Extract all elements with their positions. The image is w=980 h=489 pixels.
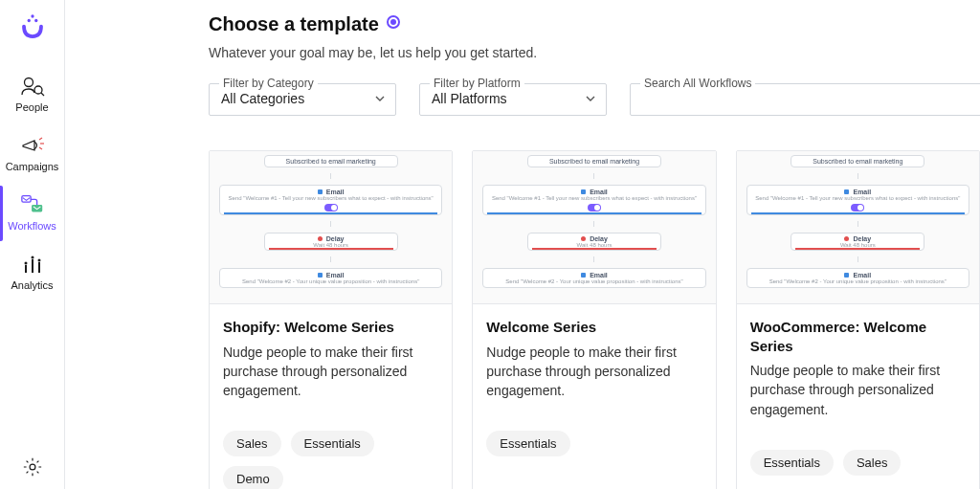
card-description: Nudge people to make their first purchas… [223,343,438,401]
filter-platform[interactable]: Filter by Platform All Platforms [419,83,607,116]
svg-point-14 [24,262,27,265]
people-icon [20,75,45,98]
flow-text: Send "Welcome #2 - Your unique value pro… [489,278,699,284]
svg-point-15 [31,256,33,259]
flow-head: Delay [853,235,871,242]
filter-value: All Platforms [432,91,507,106]
tag: Essentials [750,450,834,476]
filter-category[interactable]: Filter by Category All Categories [209,83,396,116]
tag: Essentials [486,431,569,456]
sidebar-item-workflows[interactable]: Workflows [0,184,65,243]
svg-point-3 [24,78,33,87]
sidebar-item-people[interactable]: People [0,65,65,124]
svg-point-4 [34,86,42,94]
svg-point-2 [34,19,37,22]
template-card[interactable]: Subscribed to email marketing Email Send… [472,150,716,489]
flow-text: Send "Welcome #2 - Your unique value pro… [226,278,435,284]
gear-icon [22,456,43,478]
flow-text: Send "Welcome #1 - Tell your new subscri… [489,195,699,201]
card-title: Shopify: Welcome Series [223,318,438,337]
card-preview: Subscribed to email marketing Email Send… [737,151,979,304]
svg-point-1 [27,19,30,22]
filter-row: Filter by Category All Categories Filter… [65,83,980,116]
flow-text: Send "Welcome #1 - Tell your new subscri… [753,195,963,201]
card-tags: Essentials [473,410,715,468]
svg-line-6 [39,138,42,140]
filter-label: Filter by Platform [430,77,524,90]
card-tags: Sales Essentials Demo [210,410,452,489]
workflows-icon [20,193,45,216]
flow-head: Email [326,272,345,278]
template-card[interactable]: Subscribed to email marketing Email Send… [736,150,980,489]
flow-head: Email [326,189,345,195]
step-indicator [387,15,400,29]
sidebar-item-analytics[interactable]: Analytics [0,243,65,302]
filter-label: Filter by Category [219,77,318,90]
page-title: Choose a template [209,13,379,35]
search-input[interactable] [642,91,980,106]
svg-line-8 [39,147,42,149]
tag: Demo [223,466,283,489]
flow-trigger: Subscribed to email marketing [813,158,902,165]
sidebar-item-label: Analytics [11,279,53,291]
main-content: Choose a template Whatever your goal may… [65,0,980,489]
sidebar-item-label: Workflows [8,220,56,232]
tag: Sales [843,450,902,476]
svg-rect-10 [32,205,42,211]
svg-point-0 [31,14,33,17]
flow-head: Delay [326,235,345,242]
template-card[interactable]: Subscribed to email marketing Email Send… [209,150,453,489]
chevron-down-icon [374,91,386,108]
logo [16,11,49,44]
card-title: Welcome Series [486,318,702,337]
sidebar-item-label: People [15,101,48,113]
page-subtitle: Whatever your goal may be, let us help y… [65,45,980,60]
card-preview: Subscribed to email marketing Email Send… [473,151,715,304]
card-title: WooCommerce: Welcome Series [750,318,966,355]
svg-rect-9 [21,196,30,203]
flow-trigger: Subscribed to email marketing [549,158,639,165]
flow-head: Email [853,272,871,278]
flow-head: Email [590,189,608,195]
flow-head: Email [853,189,871,195]
svg-point-17 [30,464,35,470]
svg-line-5 [41,93,44,96]
search-box[interactable]: Search All Workflows [630,83,980,116]
sidebar-item-campaigns[interactable]: Campaigns [0,124,65,184]
card-description: Nudge people to make their first purchas… [750,361,966,419]
sidebar: People Campaigns [0,0,65,489]
analytics-icon [20,253,45,276]
svg-point-16 [37,259,40,262]
megaphone-icon [20,134,45,157]
sidebar-item-label: Campaigns [6,161,59,172]
tag: Essentials [291,431,374,456]
flow-text: Send "Welcome #1 - Tell your new subscri… [226,195,435,201]
filter-value: All Categories [221,91,304,106]
card-tags: Essentials Sales [737,429,979,487]
flow-head: Email [590,272,608,278]
tag: Sales [223,431,281,456]
filter-label: Search All Workflows [640,77,755,90]
card-description: Nudge people to make their first purchas… [486,343,702,401]
flow-trigger: Subscribed to email marketing [286,158,376,165]
flow-text: Send "Welcome #2 - Your unique value pro… [753,278,963,284]
card-preview: Subscribed to email marketing Email Send… [210,151,452,304]
template-cards: Subscribed to email marketing Email Send… [65,150,980,489]
chevron-down-icon [585,91,596,108]
flow-head: Delay [590,235,608,242]
settings-button[interactable] [20,455,45,479]
